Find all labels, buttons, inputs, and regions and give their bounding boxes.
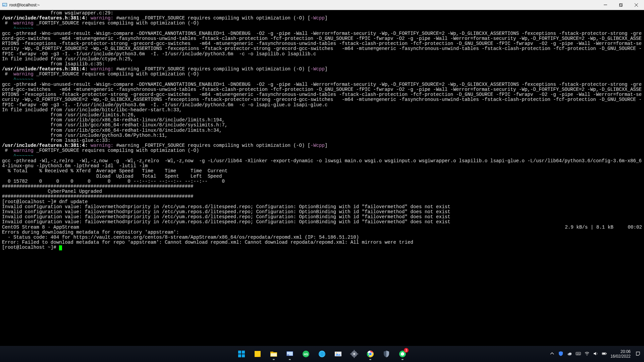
tray-notifications-icon[interactable]: [634, 351, 642, 357]
svg-rect-2: [3, 5, 5, 6]
svg-marker-43: [594, 352, 596, 355]
tray-onedrive-icon[interactable]: [567, 351, 572, 357]
titlebar-left: root@localhost:~: [0, 2, 40, 8]
svg-rect-10: [242, 351, 245, 354]
term-text: #: [2, 71, 13, 77]
tilde-marker: ^~~~~~~: [2, 153, 34, 159]
svg-point-39: [569, 353, 572, 355]
gcc-link: gcc -pthread -Wl,-z,relro -Wl,-z,now -g …: [2, 158, 642, 169]
taskbar-putty-icon[interactable]: [283, 347, 297, 361]
warning-word: warning:: [91, 66, 113, 72]
wcpp-flag: -Wcpp: [311, 143, 325, 148]
start-button[interactable]: [235, 347, 248, 361]
term-line: from /usr/lib/gcc/x86_64-redhat-linux/8/…: [2, 128, 222, 133]
term-line: from lsapi-glue.c:33:: [2, 138, 111, 143]
term-line: from lsapilib.c:35:: [2, 61, 105, 67]
term-line: from /usr/lib/gcc/x86_64-redhat-linux/8/…: [2, 117, 225, 123]
status-404: - Status code: 404 for https://vault.cen…: [2, 235, 359, 240]
tilde-marker: ^~~~~~~: [2, 26, 34, 31]
svg-point-35: [369, 353, 372, 355]
svg-point-27: [336, 353, 337, 354]
term-text: ]: [325, 66, 328, 72]
svg-text:EN: EN: [577, 353, 580, 355]
putty-icon: [2, 2, 7, 8]
taskbar-hs-icon[interactable]: HS: [299, 347, 313, 361]
term-line: from wsgiwrapper.c:29:: [2, 10, 113, 16]
cyberpanel-upgraded: CyberPanel Upgraded: [2, 189, 102, 194]
prompt-empty: [root@localhost ~]#: [2, 245, 59, 250]
term-text: #: [2, 148, 13, 153]
svg-rect-17: [271, 353, 277, 356]
maximize-button[interactable]: [613, 0, 629, 10]
close-button[interactable]: [629, 0, 644, 10]
term-line: In file included from /usr/include/bits/…: [2, 107, 182, 113]
terminal-output[interactable]: from wsgiwrapper.c:29: /usr/include/feat…: [0, 10, 644, 346]
svg-point-3: [6, 4, 6, 4]
svg-rect-9: [238, 351, 241, 354]
taskbar-file-explorer-icon[interactable]: [267, 347, 280, 361]
warning-word: warning: [13, 148, 34, 153]
clock-date: 16/02/2022: [610, 354, 631, 359]
window-controls: [598, 0, 644, 10]
term-text: #warning _FORTIFY_SOURCE requires compil…: [116, 66, 311, 72]
taskbar: HS 3 EN 20:: [0, 346, 644, 362]
term-path: /usr/include/features.h:381:4:: [2, 15, 88, 21]
curl-header: Dload Upload Total Spent Left Speed: [2, 174, 222, 179]
window-title: root@localhost:~: [9, 3, 40, 7]
curl-header: % Total % Received % Xferd Average Speed…: [2, 168, 228, 174]
tray-security-icon[interactable]: [558, 351, 564, 357]
term-text: _FORTIFY_SOURCE requires compiling with …: [34, 20, 199, 26]
taskbar-center: HS 3: [235, 347, 409, 361]
error-metadata: Errors during downloading metadata for r…: [2, 230, 179, 235]
svg-rect-45: [606, 353, 607, 354]
taskbar-browser-icon[interactable]: [315, 347, 329, 361]
wcpp-flag: -Wcpp: [311, 66, 325, 72]
tray-volume-icon[interactable]: [593, 351, 598, 357]
invalid-config-line: Invalid configuration value: failovermet…: [2, 204, 450, 209]
taskbar-chrome-icon[interactable]: [364, 347, 377, 361]
tray-wifi-icon[interactable]: [584, 351, 590, 357]
hash-divider: ########################################…: [2, 184, 193, 189]
gcc-compile: gcc -pthread -Wno-unused-result -Wsign-c…: [2, 82, 642, 108]
term-line: from /usr/lib/gcc/x86_64-redhat-linux/8/…: [2, 122, 228, 128]
taskbar-sticky-notes-icon[interactable]: [251, 347, 264, 361]
cursor: [59, 245, 62, 250]
svg-rect-11: [238, 354, 241, 357]
svg-point-42: [587, 354, 587, 355]
minimize-button[interactable]: [598, 0, 613, 10]
term-path: /usr/include/features.h:381:4:: [2, 66, 88, 72]
gcc-compile: gcc -pthread -Wno-unused-result -Wsign-c…: [2, 31, 642, 57]
svg-point-29: [353, 353, 355, 355]
term-text: #warning _FORTIFY_SOURCE requires compil…: [116, 15, 311, 21]
svg-rect-5: [619, 4, 622, 7]
tray-language-icon[interactable]: EN: [576, 351, 581, 357]
taskbar-whatsapp-icon[interactable]: 3: [396, 347, 409, 361]
tilde-marker: ^~~~~~~: [2, 77, 34, 82]
tray-battery-icon[interactable]: [602, 351, 607, 357]
term-line: In file included from /usr/include/ctype…: [2, 56, 133, 62]
term-text: _FORTIFY_SOURCE requires compiling with …: [34, 148, 199, 153]
term-text: ]: [325, 143, 328, 148]
clock-time: 20:06: [610, 349, 631, 354]
whatsapp-badge: 3: [404, 348, 409, 353]
error-final: Error: Failed to download metadata for r…: [2, 240, 413, 245]
taskbar-settings-icon[interactable]: [347, 347, 361, 361]
taskbar-photos-icon[interactable]: [331, 347, 345, 361]
svg-rect-4: [604, 5, 607, 5]
svg-rect-16: [270, 352, 273, 353]
term-text: #: [2, 20, 13, 26]
invalid-config-line: Invalid configuration value: failovermet…: [2, 209, 450, 215]
svg-rect-46: [602, 353, 605, 354]
taskbar-shield-icon[interactable]: [380, 347, 393, 361]
warning-word: warning: [13, 71, 34, 77]
term-line: from /usr/include/limits.h:26,: [2, 112, 136, 118]
svg-rect-20: [287, 355, 289, 355]
curl-row: 0 15782 0 0 0 0 0 0 --:--:-- --:--:-- --…: [2, 179, 225, 184]
taskbar-clock[interactable]: 20:06 16/02/2022: [610, 349, 631, 359]
warning-word: warning: [13, 20, 34, 26]
term-text: ]: [325, 15, 328, 21]
svg-rect-12: [242, 354, 245, 357]
tray-chevron-up-icon[interactable]: [549, 351, 555, 357]
prompt-command: [root@localhost ~]# dnf update: [2, 199, 88, 204]
invalid-config-line: Invalid configuration value: failovermet…: [2, 214, 450, 220]
